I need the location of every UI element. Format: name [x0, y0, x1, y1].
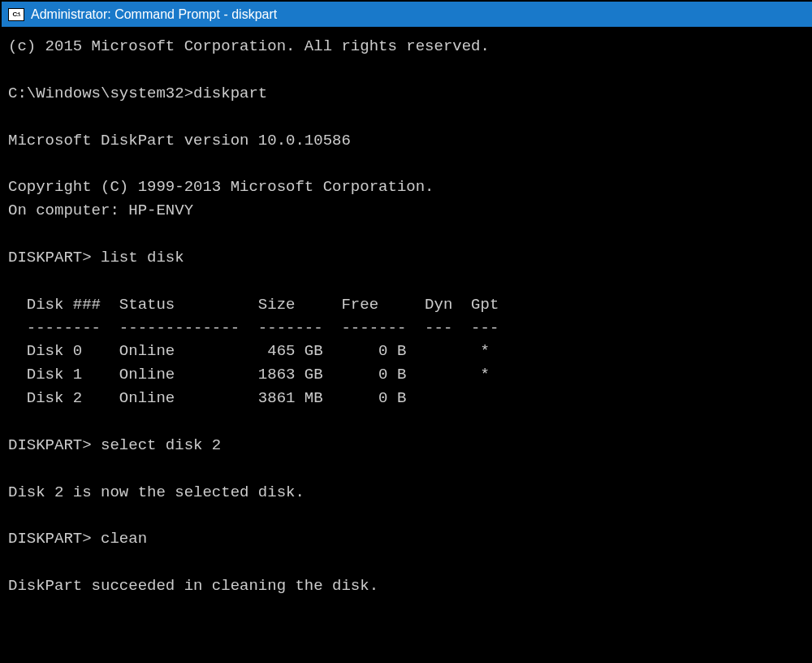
- diskpart-prompt: DISKPART>: [8, 530, 92, 548]
- table-row: Disk 2 Online 3861 MB 0 B: [8, 389, 406, 407]
- cmd-icon: C:\: [8, 8, 24, 21]
- cmd-icon-label: C:\: [12, 11, 19, 18]
- window-titlebar[interactable]: C:\ Administrator: Command Prompt - disk…: [0, 0, 812, 27]
- command-list-disk: list disk: [101, 249, 184, 266]
- command-clean: clean: [101, 530, 147, 548]
- select-result: Disk 2 is now the selected disk.: [8, 483, 304, 501]
- terminal-output[interactable]: (c) 2015 Microsoft Corporation. All righ…: [0, 27, 812, 606]
- diskpart-copyright: Copyright (C) 1999-2013 Microsoft Corpor…: [8, 178, 434, 196]
- disk-table-header: Disk ### Status Size Free Dyn Gpt: [8, 296, 499, 314]
- table-row: Disk 1 Online 1863 GB 0 B *: [8, 366, 490, 384]
- prompt-path: C:\Windows\system32>: [8, 84, 193, 102]
- copyright-line: (c) 2015 Microsoft Corporation. All righ…: [8, 37, 490, 55]
- diskpart-prompt: DISKPART>: [8, 249, 92, 266]
- diskpart-prompt: DISKPART>: [8, 436, 92, 454]
- command-diskpart: diskpart: [193, 84, 267, 102]
- diskpart-version: Microsoft DiskPart version 10.0.10586: [8, 132, 351, 150]
- computer-name-line: On computer: HP-ENVY: [8, 202, 193, 219]
- window-title: Administrator: Command Prompt - diskpart: [31, 7, 277, 22]
- table-row: Disk 0 Online 465 GB 0 B *: [8, 342, 490, 360]
- clean-result: DiskPart succeeded in cleaning the disk.: [8, 577, 378, 595]
- disk-table-divider: -------- ------------- ------- ------- -…: [8, 319, 499, 337]
- command-select-disk: select disk 2: [101, 436, 221, 454]
